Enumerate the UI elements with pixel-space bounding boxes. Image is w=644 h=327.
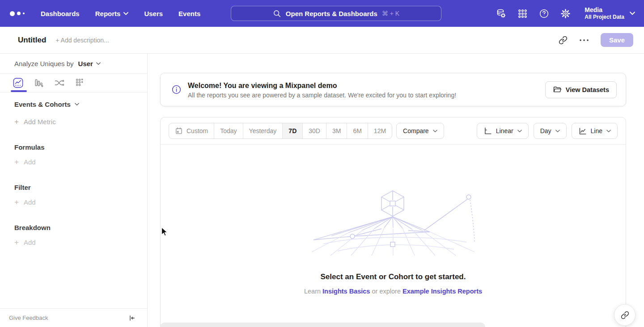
date-range-30d[interactable]: 30D (303, 123, 326, 138)
copy-link-icon[interactable] (559, 36, 568, 45)
chevron-down-icon (606, 130, 611, 133)
banner-subtitle: All the reports you see are powered by a… (188, 92, 456, 99)
nav-item-dashboards[interactable]: Dashboards (41, 10, 80, 17)
linear-axes-icon (483, 127, 492, 135)
chart-type-dropdown[interactable]: Line (572, 123, 618, 139)
report-title[interactable]: Untitled (18, 36, 46, 45)
save-button[interactable]: Save (601, 33, 633, 47)
add-metric-button[interactable]: + Add Metric (14, 118, 147, 126)
chevron-down-icon (630, 12, 635, 15)
link-icon (621, 311, 629, 319)
search-icon (273, 9, 281, 18)
project-subtitle: All Project Data (585, 14, 624, 21)
chart-type-line-icon[interactable] (13, 77, 24, 88)
query-builder-sidebar: Analyze Uniques by User (0, 54, 148, 327)
add-filter-button[interactable]: + Add (14, 198, 147, 206)
more-options-ellipsis-icon[interactable] (579, 39, 589, 42)
date-range-segmented-control: Custom Today Yesterday 7D 30D 3M 6M 12M (169, 123, 392, 139)
empty-state-title: Select an Event or Cohort to get started… (161, 272, 626, 281)
collapse-sidebar-icon[interactable] (128, 314, 136, 322)
open-folder-icon (553, 85, 562, 94)
insights-basics-link[interactable]: Insights Basics (322, 288, 370, 295)
insights-chart-panel: Custom Today Yesterday 7D 30D 3M 6M 12M … (160, 117, 626, 327)
granularity-dropdown[interactable]: Day (534, 123, 567, 139)
report-main-area: Welcome! You are viewing a Mixpanel demo… (148, 54, 644, 327)
project-selector[interactable]: Media All Project Data (585, 6, 635, 21)
analyze-by-dropdown[interactable]: User (78, 60, 101, 67)
horizontal-scrollbar[interactable] (160, 323, 485, 327)
events-cohorts-section-header[interactable]: Events & Cohorts (14, 101, 147, 108)
nav-item-users[interactable]: Users (144, 10, 163, 17)
line-chart-icon (578, 127, 587, 135)
add-formula-button[interactable]: + Add (14, 158, 147, 166)
empty-state-links: Learn Insights Basics or explore Example… (161, 288, 626, 295)
date-range-custom[interactable]: Custom (169, 123, 214, 138)
chevron-down-icon (96, 62, 101, 65)
chart-type-scatter-icon[interactable] (74, 77, 85, 88)
welcome-banner: Welcome! You are viewing a Mixpanel demo… (160, 73, 626, 106)
global-search[interactable]: Open Reports & Dashboards ⌘ + K (231, 6, 441, 21)
chart-toolbar: Custom Today Yesterday 7D 30D 3M 6M 12M … (161, 117, 626, 145)
chevron-down-icon (75, 103, 79, 106)
project-name: Media (585, 6, 624, 14)
plus-icon: + (14, 158, 19, 166)
date-range-today[interactable]: Today (214, 123, 243, 138)
settings-gear-icon[interactable] (560, 8, 571, 19)
example-insights-reports-link[interactable]: Example Insights Reports (402, 288, 482, 295)
filter-section-header: Filter (14, 184, 147, 191)
search-placeholder: Open Reports & Dashboards (286, 10, 377, 17)
formulas-section-header: Formulas (14, 143, 147, 151)
data-management-icon[interactable] (496, 8, 506, 19)
nav-item-reports[interactable]: Reports (95, 10, 129, 17)
top-navigation-bar: Dashboards Reports Users Events Open Rep… (0, 0, 644, 27)
chart-type-flow-icon[interactable] (54, 77, 65, 88)
search-shortcut: ⌘ + K (382, 10, 399, 17)
date-range-yesterday[interactable]: Yesterday (243, 123, 283, 138)
help-icon[interactable] (539, 8, 549, 19)
chart-empty-state: Select an Event or Cohort to get started… (161, 189, 626, 295)
chevron-down-icon (433, 130, 437, 133)
info-icon (171, 84, 182, 95)
banner-title: Welcome! You are viewing a Mixpanel demo (188, 81, 456, 90)
give-feedback-link[interactable]: Give Feedback (9, 314, 48, 321)
add-breakdown-button[interactable]: + Add (14, 239, 147, 246)
apps-grid-icon[interactable] (517, 8, 528, 19)
chevron-down-icon (123, 12, 128, 15)
report-title-bar: Untitled + Add description... Save (0, 27, 644, 54)
compare-dropdown[interactable]: Compare (396, 123, 444, 139)
chevron-down-icon (517, 130, 522, 133)
mixpanel-logo-icon[interactable] (10, 11, 25, 16)
date-range-3m[interactable]: 3M (326, 123, 347, 138)
date-range-7d[interactable]: 7D (283, 123, 303, 138)
date-range-6m[interactable]: 6M (347, 123, 368, 138)
empty-state-illustration (310, 189, 476, 256)
chevron-down-icon (555, 130, 560, 133)
date-range-12m[interactable]: 12M (368, 123, 392, 138)
floating-copy-link-button[interactable] (614, 304, 636, 326)
breakdown-section-header: Breakdown (14, 224, 147, 231)
add-description-field[interactable]: + Add description... (55, 37, 109, 44)
analyze-uniques-label: Analyze Uniques by (14, 60, 74, 67)
view-datasets-button[interactable]: View Datasets (545, 81, 617, 98)
plus-icon: + (14, 239, 19, 246)
plus-icon: + (14, 118, 19, 126)
selected-chart-type-underline (11, 90, 27, 92)
chart-type-bar-icon[interactable] (33, 77, 44, 88)
nav-item-events[interactable]: Events (178, 10, 200, 17)
plus-icon: + (14, 198, 19, 206)
calendar-icon (175, 127, 183, 135)
scale-dropdown[interactable]: Linear (477, 123, 529, 139)
